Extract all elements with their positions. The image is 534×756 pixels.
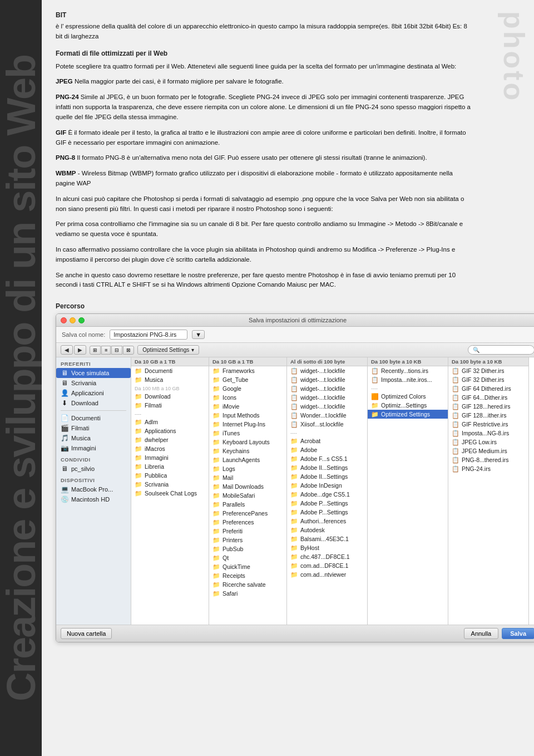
file-item[interactable]: 📋JPEG Medium.irs	[448, 446, 528, 455]
sidebar-item-pc-silvio[interactable]: 🖥 pc_silvio	[56, 464, 131, 474]
file-item[interactable]: 📋widget-...t.lockfile	[287, 366, 367, 375]
file-item[interactable]: 📁Adobe...dge CS5.1	[287, 490, 367, 499]
file-item[interactable]: 📁Ricerche salvate	[209, 580, 286, 589]
new-folder-button[interactable]: Nuova cartella	[61, 628, 112, 639]
file-item[interactable]: 📋GIF 64...Dither.irs	[448, 393, 528, 402]
file-item[interactable]: 📋widget-...t.lockfile	[287, 393, 367, 402]
file-item[interactable]: 📁Mail	[209, 473, 286, 482]
cancel-button[interactable]: Annulla	[464, 628, 499, 639]
sidebar-item-macintosh[interactable]: 💿 Macintosh HD	[56, 494, 131, 504]
file-item-selected[interactable]: 📁Optimized Settings	[368, 410, 448, 419]
file-item[interactable]: 📁Adobe F...s CS5.1	[287, 454, 367, 463]
column-view-button[interactable]: ⊟	[111, 346, 122, 355]
file-item[interactable]: 📁Download	[131, 392, 209, 401]
file-item[interactable]: 📁iMovie	[209, 402, 286, 411]
sidebar-item-musica[interactable]: 🎵 Musica	[56, 433, 131, 443]
file-item[interactable]: 📁Adobe	[287, 445, 367, 454]
forward-button[interactable]: ▶	[74, 345, 86, 355]
sidebar-item-scrivania[interactable]: 🖥 Scrivania	[56, 378, 131, 388]
file-item[interactable]: 📁Adobe Il...Settings	[287, 463, 367, 472]
file-item[interactable]: 📋Xiisof...st.lockfile	[287, 420, 367, 429]
file-item[interactable]: 📁Printers	[209, 536, 286, 544]
file-item[interactable]: 📋GIF 128...ither.irs	[448, 411, 528, 420]
file-item[interactable]: 📁Optimiz...Settings	[368, 401, 448, 410]
settings-dropdown[interactable]: Optimized Settings ▾	[137, 345, 199, 355]
file-item[interactable]: 📋widget-...t.lockfile	[287, 402, 367, 411]
file-item[interactable]: 📁Autodesk	[287, 526, 367, 534]
file-item[interactable]: 📁Frameworks	[209, 366, 286, 375]
file-item[interactable]: 📁Input Methods	[209, 411, 286, 420]
back-button[interactable]: ◀	[61, 345, 73, 355]
save-button[interactable]: Salva	[502, 628, 534, 639]
file-item[interactable]: 📁QuickTime	[209, 562, 286, 571]
file-item[interactable]: 📁Google	[209, 384, 286, 393]
file-item[interactable]: 📁Libreria	[131, 462, 209, 471]
file-item[interactable]: 📋Imposta...nite.iros...	[368, 375, 448, 384]
sidebar-item-applicazioni[interactable]: 👤 Applicazioni	[56, 388, 131, 398]
file-item[interactable]: 📋Imposta...NG-8.irs	[448, 429, 528, 438]
maximize-button[interactable]	[78, 317, 85, 323]
file-item[interactable]: 📋GIF 64 Dithered.irs	[448, 384, 528, 393]
file-item[interactable]: 📁iTunes	[209, 429, 286, 438]
file-item[interactable]: 📋JPEG Low.irs	[448, 438, 528, 446]
close-button[interactable]	[61, 317, 67, 323]
file-item[interactable]: 📋PNG-8...thered.irs	[448, 455, 528, 464]
file-item[interactable]: 📁Scrivania	[131, 480, 209, 489]
file-item[interactable]: 📁Internet Plug-Ins	[209, 420, 286, 429]
file-item[interactable]: 📁Authori...ferences	[287, 517, 367, 526]
file-item[interactable]: 📋Wonder...t.lockfile	[287, 411, 367, 420]
file-item[interactable]: 📁Balsami...45E3C.1	[287, 534, 367, 543]
file-item[interactable]: 📁LaunchAgents	[209, 455, 286, 464]
file-item[interactable]: 📋PNG-24.irs	[448, 464, 528, 473]
sidebar-item-macbook[interactable]: 💻 MacBook Pro...	[56, 484, 131, 494]
list-view-button[interactable]: ≡	[101, 346, 111, 355]
file-item[interactable]: 📁Mail Downloads	[209, 482, 286, 491]
file-item[interactable]: 📁chc.487...DF8CE.1	[287, 552, 367, 561]
file-item[interactable]: 📁Applications	[131, 426, 209, 435]
file-item[interactable]: 📁Get_Tube	[209, 375, 286, 384]
file-item[interactable]: 📁Pubblica	[131, 471, 209, 480]
sidebar-item-filmati[interactable]: 🎬 Filmati	[56, 423, 131, 433]
file-item[interactable]: 📋widget-...t.lockfile	[287, 375, 367, 384]
minimize-button[interactable]	[70, 317, 76, 323]
file-item[interactable]: 📁Adobe P...Settings	[287, 508, 367, 517]
file-item[interactable]: 📁Icons	[209, 393, 286, 402]
file-item[interactable]: 📁Soulseek Chat Logs	[131, 489, 209, 498]
expand-button[interactable]: ▼	[192, 330, 205, 339]
file-item[interactable]: 📁com.ad...ntviewer	[287, 570, 367, 579]
file-item[interactable]: 📁ByHost	[287, 543, 367, 552]
icon-view-button[interactable]: ⊞	[90, 346, 101, 355]
file-item[interactable]: 📁Preferiti	[209, 527, 286, 536]
sidebar-item-download[interactable]: ⬇ Download	[56, 398, 131, 408]
file-item[interactable]: 📁Adobe InDesign	[287, 481, 367, 490]
file-item[interactable]: 🟧Optimized Colors	[368, 392, 448, 401]
file-item[interactable]: 📁Preferences	[209, 518, 286, 527]
file-item[interactable]: 📁MobileSafari	[209, 491, 286, 500]
file-item[interactable]: 📁Parallels	[209, 500, 286, 509]
file-item[interactable]: 📁Musica	[131, 375, 209, 384]
search-box[interactable]: 🔍	[468, 345, 534, 355]
sidebar-item-voce-simulata[interactable]: 🖥 Voce simulata	[56, 368, 131, 378]
file-item[interactable]: 📁Keyboard Layouts	[209, 438, 286, 446]
file-item[interactable]: 📋GIF 128...hered.irs	[448, 402, 528, 411]
file-item[interactable]: 📁Immagini	[131, 453, 209, 462]
file-item[interactable]: 📁Receipts	[209, 571, 286, 580]
file-item[interactable]: 📁iMacros	[131, 444, 209, 453]
file-item[interactable]: 📋widget-...t.lockfile	[287, 384, 367, 393]
file-item[interactable]: 📁Safari	[209, 589, 286, 598]
file-item[interactable]: 📁dwhelper	[131, 435, 209, 444]
file-item[interactable]: 📁Filmati	[131, 401, 209, 410]
file-item[interactable]: 📁Acrobat	[287, 436, 367, 445]
file-item[interactable]: 📁PreferencePanes	[209, 509, 286, 518]
file-item[interactable]: 📋GIF Restrictive.irs	[448, 420, 528, 429]
file-item[interactable]: 📁Documenti	[131, 366, 209, 375]
save-filename-input[interactable]: Impostazioni PNG-8.irs	[110, 330, 187, 340]
file-item[interactable]: 📁com.ad...DF8CE.1	[287, 561, 367, 570]
cover-view-button[interactable]: ⊠	[123, 346, 134, 355]
file-item[interactable]: 📋Recently...tions.irs	[368, 366, 448, 375]
file-item[interactable]: 📁Logs	[209, 464, 286, 473]
file-item[interactable]: 📋GIF 32 Dither.irs	[448, 375, 528, 384]
file-item[interactable]: 📁Keychains	[209, 446, 286, 455]
file-item[interactable]: 📁Qt	[209, 553, 286, 562]
file-item[interactable]: 📁Adobe Il...Settings	[287, 472, 367, 481]
